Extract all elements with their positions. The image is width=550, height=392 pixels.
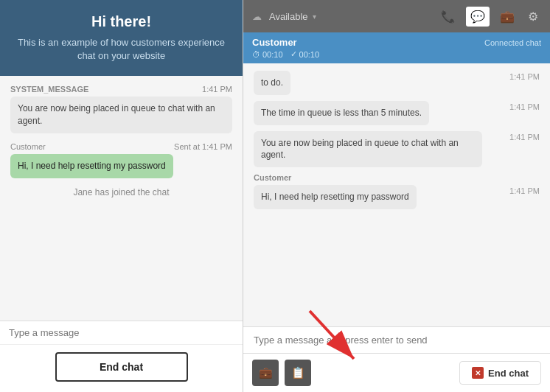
customer-message-header: Customer Sent at 1:41 PM bbox=[10, 142, 232, 151]
message-time: 1:41 PM bbox=[509, 131, 540, 141]
message-bubble: to do. bbox=[254, 71, 290, 95]
timer2-value: 00:10 bbox=[299, 50, 320, 59]
left-message-input[interactable] bbox=[9, 327, 234, 338]
right-message-input[interactable] bbox=[254, 335, 540, 346]
chat-header-left: Customer ⏱ 00:10 ✓ 00:10 bbox=[252, 37, 319, 59]
right-messages: to do. 1:41 PM The time in queue is less… bbox=[243, 63, 550, 326]
right-chat-header: Customer ⏱ 00:10 ✓ 00:10 Connected chat bbox=[243, 32, 550, 63]
system-message-bubble: You are now being placed in queue to cha… bbox=[10, 97, 232, 133]
left-end-button-area: End chat bbox=[0, 344, 243, 392]
customer-name-label: Customer bbox=[254, 173, 540, 182]
customer-message-section: Customer Hi, I need help resetting my pa… bbox=[254, 173, 540, 209]
right-topbar: ☁ Available ▾ 📞 💬 💼 ⚙ bbox=[243, 0, 550, 32]
join-notice: Jane has joined the chat bbox=[10, 187, 232, 197]
left-end-chat-button[interactable]: End chat bbox=[55, 352, 188, 382]
chat-header-status: Connected chat bbox=[484, 38, 541, 47]
canned-response-button[interactable]: 📋 bbox=[285, 360, 311, 386]
timer2: ✓ 00:10 bbox=[290, 49, 320, 59]
timer1-icon: ⏱ bbox=[252, 50, 260, 59]
chat-icon[interactable]: 💬 bbox=[466, 7, 490, 27]
left-header-title: Hi there! bbox=[15, 13, 228, 30]
right-bottom-bar: 💼 📋 ✕ End chat bbox=[243, 353, 550, 392]
left-messages: SYSTEM_MESSAGE 1:41 PM You are now being… bbox=[0, 76, 243, 321]
cloud-icon: ☁ bbox=[252, 11, 262, 22]
chevron-down-icon: ▾ bbox=[313, 13, 316, 21]
table-row: The time in queue is less than 5 minutes… bbox=[254, 101, 540, 125]
customer-sender-label: Customer bbox=[10, 142, 46, 151]
attach-file-button[interactable]: 💼 bbox=[252, 360, 279, 386]
gear-icon[interactable]: ⚙ bbox=[525, 7, 541, 27]
timer2-icon: ✓ bbox=[290, 49, 297, 59]
right-panel: ☁ Available ▾ 📞 💬 💼 ⚙ Customer ⏱ 00:10 ✓… bbox=[243, 0, 550, 392]
message-bubble: You are now being placed in queue to cha… bbox=[254, 131, 482, 168]
left-input-area[interactable] bbox=[0, 321, 243, 344]
left-header: Hi there! This is an example of how cust… bbox=[0, 0, 243, 76]
phone-icon[interactable]: 📞 bbox=[438, 7, 459, 27]
status-label: Available bbox=[269, 11, 308, 22]
end-chat-label: End chat bbox=[488, 368, 529, 379]
system-message-header: SYSTEM_MESSAGE 1:41 PM bbox=[10, 85, 232, 94]
customer-message-bubble: Hi, I need help resetting my password bbox=[10, 154, 173, 178]
left-panel: Hi there! This is an example of how cust… bbox=[0, 0, 243, 392]
table-row: You are now being placed in queue to cha… bbox=[254, 131, 540, 168]
customer-message-bubble: Hi, I need help resetting my password bbox=[254, 185, 417, 209]
message-bubble: The time in queue is less than 5 minutes… bbox=[254, 101, 429, 125]
table-row: Hi, I need help resetting my password 1:… bbox=[254, 185, 540, 209]
message-time: 1:41 PM bbox=[509, 185, 540, 195]
bag-icon[interactable]: 💼 bbox=[497, 7, 518, 27]
right-end-chat-button[interactable]: ✕ End chat bbox=[459, 361, 541, 385]
status-dropdown[interactable]: Available ▾ bbox=[269, 11, 316, 22]
left-header-subtitle: This is an example of how customers expe… bbox=[15, 36, 228, 63]
right-input-area[interactable] bbox=[243, 326, 550, 353]
message-time: 1:41 PM bbox=[509, 101, 540, 111]
table-row: to do. 1:41 PM bbox=[254, 71, 540, 95]
customer-sent-time: Sent at 1:41 PM bbox=[174, 142, 232, 151]
system-msg-time: 1:41 PM bbox=[202, 85, 232, 94]
x-icon: ✕ bbox=[472, 367, 484, 379]
chat-customer-name: Customer bbox=[252, 37, 319, 48]
timer1-value: 00:10 bbox=[262, 50, 283, 59]
message-time: 1:41 PM bbox=[509, 71, 540, 81]
timer1: ⏱ 00:10 bbox=[252, 49, 283, 59]
chat-header-timers: ⏱ 00:10 ✓ 00:10 bbox=[252, 49, 319, 59]
system-sender-label: SYSTEM_MESSAGE bbox=[10, 85, 88, 94]
customer-bubble-wrapper: Hi, I need help resetting my password bbox=[10, 154, 232, 187]
